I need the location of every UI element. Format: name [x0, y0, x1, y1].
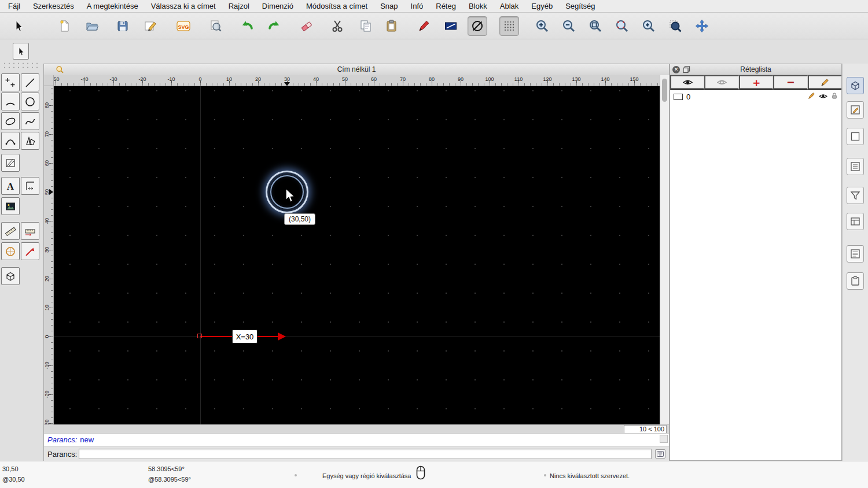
remove-layer-button[interactable]: −: [773, 75, 807, 90]
document-titlebar[interactable]: Cím nélkül 1: [44, 64, 669, 76]
menu-item[interactable]: Snap: [380, 2, 398, 10]
zoom-in-button[interactable]: [532, 16, 552, 36]
palette-grip[interactable]: [2, 61, 39, 69]
menu-item[interactable]: Réteg: [436, 2, 456, 10]
menu-item[interactable]: Infó: [411, 2, 424, 10]
zoom-window-button[interactable]: [665, 16, 685, 36]
v-ruler-label: 40: [44, 216, 50, 226]
menu-item[interactable]: Segítség: [565, 2, 595, 10]
menu-item[interactable]: Dimenzió: [262, 2, 293, 10]
history-scrollbar[interactable]: [660, 435, 668, 443]
h-ruler-label: 40: [313, 76, 319, 82]
palette-dimension-button[interactable]: [21, 177, 39, 195]
main-toolbar: SVG: [0, 13, 868, 39]
save-as-button[interactable]: [141, 16, 160, 36]
dock-clipboard-panel-button[interactable]: [847, 272, 864, 290]
line-properties-button[interactable]: [441, 16, 461, 36]
command-history-value: new: [80, 435, 94, 444]
menu-item[interactable]: Szerkesztés: [33, 2, 74, 10]
cut-button[interactable]: [328, 16, 347, 36]
h-ruler-label: 0: [198, 76, 201, 82]
palette-modify-button[interactable]: [21, 242, 39, 260]
undo-button[interactable]: [237, 16, 257, 36]
pen-attributes-button[interactable]: [414, 16, 433, 36]
redo-button[interactable]: [264, 16, 284, 36]
menu-item[interactable]: A megtekintése: [87, 2, 138, 10]
measure-icon: [5, 225, 16, 237]
menu-item[interactable]: Válassza ki a címet: [151, 2, 216, 10]
undo-icon: [240, 19, 254, 33]
edit-layer-button[interactable]: [808, 75, 841, 90]
grid-toggle-button[interactable]: [499, 16, 519, 36]
cursor-tool-button[interactable]: [9, 16, 28, 36]
save-button[interactable]: [113, 16, 133, 36]
palette-circle-button[interactable]: [21, 93, 39, 110]
dock-text-panel-button[interactable]: [847, 245, 864, 263]
pan-button[interactable]: [692, 16, 712, 36]
scrollbar-thumb[interactable]: [662, 79, 667, 102]
grid-dots-icon: [502, 19, 516, 33]
menu-item[interactable]: Módosítsa a címet: [306, 2, 367, 10]
palette-measure-button[interactable]: [1, 222, 20, 240]
command-options-button[interactable]: [655, 449, 665, 459]
zoom-out-button[interactable]: [559, 16, 579, 36]
palette-line-button[interactable]: [21, 73, 39, 91]
dock-list-panel-button[interactable]: [847, 158, 864, 175]
circle-tool-button[interactable]: [468, 16, 487, 36]
previous-view-button[interactable]: [639, 16, 659, 36]
palette-solid-button[interactable]: [1, 267, 20, 285]
vertical-scrollbar[interactable]: [660, 75, 669, 424]
new-document-button[interactable]: [55, 16, 75, 36]
layer-color-swatch[interactable]: [674, 94, 683, 100]
dock-blank-panel-button[interactable]: [847, 128, 864, 145]
dock-filter-panel-button[interactable]: [847, 187, 864, 204]
palette-select-button[interactable]: [13, 43, 29, 60]
command-input[interactable]: [79, 449, 652, 459]
zoom-window-icon: [668, 19, 682, 33]
layer-visible-eye-icon[interactable]: [819, 91, 827, 102]
palette-polygon-button[interactable]: [21, 132, 39, 150]
drawing-canvas[interactable]: X=30 (30,50): [54, 86, 660, 424]
palette-image-button[interactable]: [1, 197, 20, 215]
layer-lock-icon[interactable]: [831, 91, 838, 102]
eye-filled-icon: [683, 79, 693, 86]
menu-item[interactable]: Rajzol: [229, 2, 249, 10]
menu-item[interactable]: Ablak: [500, 2, 519, 10]
palette-spline-button[interactable]: [21, 112, 39, 130]
palette-points-button[interactable]: [1, 73, 20, 91]
palette-hatch-button[interactable]: [1, 154, 20, 172]
layer-row[interactable]: 0: [670, 90, 841, 103]
dock-edit-panel-button[interactable]: [847, 101, 864, 119]
redo-icon: [267, 19, 281, 33]
toggle-layer-visibility-button[interactable]: [704, 75, 738, 90]
menu-item[interactable]: Egyéb: [531, 2, 553, 10]
palette-ruler-button[interactable]: [21, 222, 39, 240]
print-preview-button[interactable]: [205, 16, 225, 36]
layer-panel-title: Réteglista: [670, 65, 841, 73]
auto-zoom-button[interactable]: [586, 16, 605, 36]
svg-export-button[interactable]: SVG: [174, 16, 193, 36]
add-layer-button[interactable]: ＋: [739, 75, 773, 90]
dock-library-panel-button[interactable]: [847, 213, 864, 230]
scissors-icon: [330, 19, 344, 33]
dock-view-cube-button[interactable]: [847, 77, 864, 94]
layer-toolbar: ＋ −: [670, 75, 841, 90]
h-ruler-label: 60: [371, 76, 377, 82]
menu-item[interactable]: Fájl: [8, 2, 20, 10]
delete-button[interactable]: [297, 16, 317, 36]
palette-arc-button[interactable]: [1, 93, 20, 110]
menu-item[interactable]: Blokk: [469, 2, 487, 10]
zoom-selection-button[interactable]: [612, 16, 632, 36]
palette-ellipse-button[interactable]: [1, 112, 20, 130]
v-ruler-label: 10: [44, 302, 50, 313]
copy-button[interactable]: [356, 16, 376, 36]
selection-status: Nincs kiválasztott szervezet.: [550, 472, 630, 479]
palette-text-button[interactable]: A: [1, 177, 20, 195]
paste-button[interactable]: [382, 16, 402, 36]
palette-curve-button[interactable]: [1, 132, 20, 150]
layer-edit-pencil-icon[interactable]: [808, 91, 815, 102]
palette-round-tool-button[interactable]: [1, 242, 20, 260]
show-all-layers-button[interactable]: [670, 75, 704, 90]
layer-panel-header[interactable]: ✕ Réteglista: [670, 64, 841, 75]
open-button[interactable]: [82, 16, 102, 36]
